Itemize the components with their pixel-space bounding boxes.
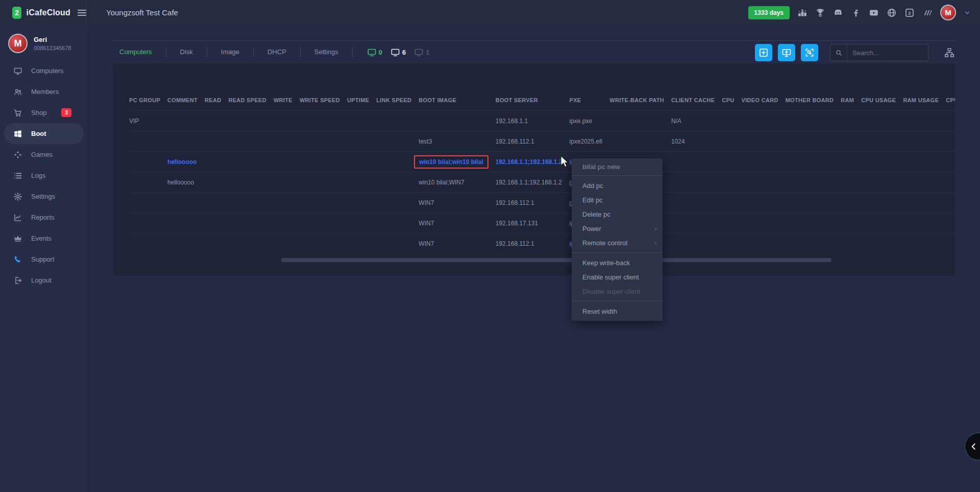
table-cell[interactable] <box>786 193 841 213</box>
table-cell[interactable] <box>274 172 300 193</box>
sidebar-item-events[interactable]: Events <box>0 228 87 249</box>
table-cell[interactable] <box>742 131 786 152</box>
table-cell[interactable] <box>861 213 903 233</box>
table-cell[interactable] <box>300 233 347 254</box>
table-cell[interactable] <box>841 233 861 254</box>
sidebar-item-members[interactable]: Members <box>0 81 87 102</box>
table-row[interactable]: hellooooowin10 bilal;WIN7192.168.1.1;192… <box>129 172 955 193</box>
globe-icon[interactable] <box>887 8 897 18</box>
column-header[interactable]: PXE <box>570 90 610 111</box>
column-header[interactable]: BOOT SERVER <box>496 90 570 111</box>
sidebar-item-logout[interactable]: Logout <box>0 270 87 291</box>
table-cell[interactable] <box>347 193 376 213</box>
table-cell[interactable] <box>205 111 228 131</box>
monitor-counter[interactable]: 0 <box>367 48 382 57</box>
column-header[interactable]: UPTIME <box>347 90 376 111</box>
column-header[interactable]: CPU USAGE <box>861 90 903 111</box>
table-cell[interactable] <box>300 193 347 213</box>
table-cell[interactable] <box>742 213 786 233</box>
monitor-counter[interactable]: 6 <box>390 48 406 57</box>
ranking-icon[interactable] <box>797 8 807 18</box>
table-cell[interactable] <box>347 172 376 193</box>
table-cell[interactable] <box>946 111 955 131</box>
table-cell[interactable] <box>300 131 347 152</box>
table-cell[interactable] <box>903 193 946 213</box>
table-cell[interactable] <box>786 111 841 131</box>
column-header[interactable]: READ <box>205 90 228 111</box>
tab-settings[interactable]: Settings <box>301 47 353 57</box>
column-header[interactable]: VIDEO CARD <box>742 90 786 111</box>
table-cell[interactable] <box>167 193 205 213</box>
table-cell[interactable] <box>228 131 274 152</box>
table-cell[interactable]: WIN7 <box>419 213 495 233</box>
table-cell[interactable]: WIN7 <box>419 233 495 254</box>
column-header[interactable]: COMMENT <box>167 90 205 111</box>
sidebar-item-computers[interactable]: Computers <box>0 60 87 81</box>
column-header[interactable]: LINK SPEED <box>376 90 419 111</box>
table-cell[interactable] <box>671 193 722 213</box>
table-cell[interactable] <box>722 193 741 213</box>
table-cell[interactable] <box>861 193 903 213</box>
table-cell[interactable] <box>671 152 722 172</box>
table-cell[interactable] <box>722 172 741 193</box>
table-cell[interactable] <box>742 111 786 131</box>
table-cell[interactable] <box>376 193 419 213</box>
context-menu-item-edit-pc[interactable]: Edit pc <box>572 193 663 207</box>
table-cell[interactable] <box>841 131 861 152</box>
tab-dhcp[interactable]: DHCP <box>254 47 301 57</box>
column-header[interactable]: RAM USAGE <box>903 90 946 111</box>
table-cell[interactable]: 192.168.112.1 <box>496 193 570 213</box>
column-header[interactable]: READ SPEED <box>228 90 274 111</box>
table-cell[interactable] <box>841 193 861 213</box>
license-days-badge[interactable]: 1333 days <box>748 6 790 19</box>
context-menu-item-add-pc[interactable]: Add pc <box>572 178 663 193</box>
table-row[interactable]: hellooooowin10 bilal;win10 bilal192.168.… <box>129 152 955 172</box>
table-cell[interactable] <box>786 213 841 233</box>
tab-disk[interactable]: Disk <box>166 47 207 57</box>
table-row[interactable]: WIN7192.168.112.1ipxex.pxe <box>129 233 955 254</box>
table-cell[interactable] <box>903 111 946 131</box>
table-cell[interactable] <box>228 233 274 254</box>
column-header[interactable]: WRITE-BACK PATH <box>609 90 671 111</box>
table-cell[interactable] <box>841 172 861 193</box>
chevron-down-icon[interactable] <box>964 9 971 16</box>
table-row[interactable]: VIP192.168.1.1ipxe.pxeN/A <box>129 111 955 131</box>
table-cell[interactable] <box>274 152 300 172</box>
search-input[interactable] <box>847 49 928 57</box>
table-cell[interactable] <box>205 152 228 172</box>
horizontal-scrollbar[interactable] <box>281 258 831 262</box>
sidebar-user[interactable]: M Geri 008612345678 <box>0 25 87 60</box>
table-cell[interactable] <box>786 131 841 152</box>
table-cell[interactable] <box>946 152 955 172</box>
table-cell[interactable] <box>205 213 228 233</box>
table-cell[interactable] <box>903 172 946 193</box>
add-button[interactable] <box>755 44 772 61</box>
table-cell[interactable] <box>722 131 741 152</box>
table-cell[interactable]: ipxe.pxe <box>570 111 610 131</box>
table-cell[interactable] <box>609 111 671 131</box>
table-cell[interactable]: win10 bilal;win10 bilal <box>419 152 495 172</box>
hamburger-menu-icon[interactable] <box>78 8 86 17</box>
table-cell[interactable] <box>274 213 300 233</box>
table-cell[interactable]: test3 <box>419 131 495 152</box>
table-cell[interactable] <box>722 233 741 254</box>
table-cell[interactable]: hellooooo <box>167 152 205 172</box>
table-cell[interactable] <box>347 111 376 131</box>
table-cell[interactable] <box>167 213 205 233</box>
table-cell[interactable] <box>903 152 946 172</box>
table-cell[interactable]: 192.168.17.131 <box>496 213 570 233</box>
table-cell[interactable] <box>129 213 167 233</box>
table-cell[interactable] <box>786 172 841 193</box>
sidebar-item-logs[interactable]: Logs <box>0 165 87 186</box>
table-cell[interactable] <box>609 131 671 152</box>
context-menu-item-keep-write-back[interactable]: Keep write-back <box>572 255 663 270</box>
table-cell[interactable] <box>376 213 419 233</box>
column-header[interactable]: CPU <box>722 90 741 111</box>
table-cell[interactable] <box>376 131 419 152</box>
table-cell[interactable] <box>347 131 376 152</box>
table-cell[interactable] <box>228 111 274 131</box>
table-cell[interactable] <box>376 233 419 254</box>
table-cell[interactable] <box>205 131 228 152</box>
table-cell[interactable] <box>376 152 419 172</box>
table-cell[interactable] <box>841 213 861 233</box>
